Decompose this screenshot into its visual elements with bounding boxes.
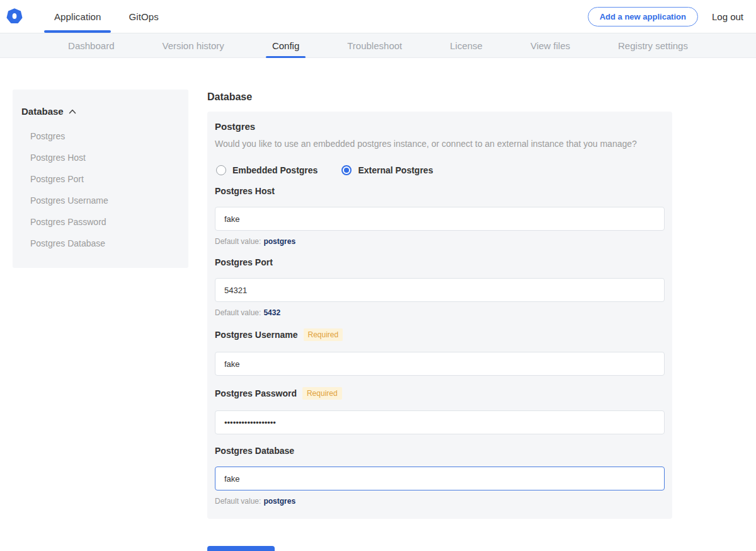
subnav-item-config[interactable]: Config: [266, 33, 306, 57]
top-tab-label: Application: [54, 11, 101, 22]
field-label: Postgres Username: [215, 330, 298, 340]
subnav-item-label: View files: [530, 40, 570, 51]
radio-external-postgres[interactable]: External Postgres: [341, 165, 433, 175]
subnav-item-label: License: [450, 40, 483, 51]
subnav: DashboardVersion historyConfigTroublesho…: [0, 33, 756, 58]
sidebar-item-postgres-host[interactable]: Postgres Host: [21, 147, 178, 168]
sidebar-group-label: Database: [21, 106, 64, 117]
config-group-card: Postgres Would you like to use an embedd…: [207, 112, 672, 519]
logout-link[interactable]: Log out: [712, 11, 743, 22]
subnav-item-label: Dashboard: [68, 40, 114, 51]
sidebar-group-database[interactable]: Database: [21, 106, 178, 117]
subnav-item-label: Troubleshoot: [347, 40, 402, 51]
sidebar-item-postgres-port[interactable]: Postgres Port: [21, 168, 178, 190]
subnav-item-registry-settings[interactable]: Registry settings: [612, 33, 694, 57]
subnav-item-label: Version history: [162, 40, 224, 51]
postgres-port-input[interactable]: [215, 278, 665, 302]
subnav-item-dashboard[interactable]: Dashboard: [62, 33, 120, 57]
sidebar-item-postgres[interactable]: Postgres: [21, 125, 178, 147]
postgres-host-input[interactable]: [215, 207, 665, 231]
group-description: Would you like to use an embedded postgr…: [215, 139, 665, 149]
topbar-tabs: ApplicationGitOps: [40, 0, 173, 33]
topbar: ApplicationGitOps Add a new application …: [0, 0, 756, 33]
radio-icon: [216, 165, 226, 175]
config-fields: Postgres Host Default value:postgres Pos…: [215, 186, 665, 506]
field-default-row: Default value:postgres: [215, 237, 665, 246]
top-tab-gitops[interactable]: GitOps: [115, 0, 172, 33]
field-label: Postgres Port: [215, 257, 273, 267]
config-field-postgres-host: Postgres Host Default value:postgres: [215, 186, 665, 246]
required-badge: Required: [304, 328, 343, 341]
subnav-item-view-files[interactable]: View files: [524, 33, 576, 57]
group-title: Postgres: [215, 121, 665, 132]
add-application-button[interactable]: Add a new application: [588, 7, 698, 26]
config-field-postgres-port: Postgres Port Default value:5432: [215, 257, 665, 317]
sidebar-item-postgres-username[interactable]: Postgres Username: [21, 190, 178, 211]
subnav-item-label: Registry settings: [618, 40, 688, 51]
field-default-row: Default value:5432: [215, 308, 665, 317]
app-logo-icon: [6, 8, 23, 25]
page-title: Database: [207, 91, 672, 103]
content-area: Database PostgresPostgres HostPostgres P…: [0, 58, 756, 551]
radio-embedded-postgres[interactable]: Embedded Postgres: [216, 165, 318, 175]
postgres-radio-group: Embedded Postgres External Postgres: [216, 165, 665, 175]
config-field-postgres-username: Postgres Username Required: [215, 328, 665, 376]
subnav-item-license[interactable]: License: [444, 33, 489, 57]
main-panel: Database Postgres Would you like to use …: [207, 90, 672, 551]
top-tab-label: GitOps: [129, 11, 158, 22]
postgres-database-input[interactable]: [215, 467, 665, 490]
subnav-item-troubleshoot[interactable]: Troubleshoot: [341, 33, 408, 57]
field-default-row: Default value:postgres: [215, 497, 665, 506]
subnav-item-version-history[interactable]: Version history: [156, 33, 230, 57]
config-field-postgres-database: Postgres Database Default value:postgres: [215, 446, 665, 506]
save-config-button[interactable]: Save config: [207, 546, 275, 551]
config-field-postgres-password: Postgres Password Required: [215, 387, 665, 434]
sidebar-item-postgres-password[interactable]: Postgres Password: [21, 211, 178, 233]
chevron-up-icon: [69, 109, 76, 114]
sidebar-items: PostgresPostgres HostPostgres PortPostgr…: [21, 125, 178, 254]
subnav-item-label: Config: [272, 40, 299, 51]
radio-icon: [341, 165, 352, 175]
field-label: Postgres Database: [215, 446, 294, 456]
field-label: Postgres Password: [215, 388, 297, 398]
config-sidebar: Database PostgresPostgres HostPostgres P…: [13, 90, 188, 268]
top-tab-application[interactable]: Application: [40, 0, 115, 33]
postgres-username-input[interactable]: [215, 352, 665, 376]
postgres-password-input[interactable]: [215, 410, 665, 434]
sidebar-item-postgres-database[interactable]: Postgres Database: [21, 233, 178, 254]
required-badge: Required: [302, 387, 342, 400]
field-label: Postgres Host: [215, 186, 275, 196]
